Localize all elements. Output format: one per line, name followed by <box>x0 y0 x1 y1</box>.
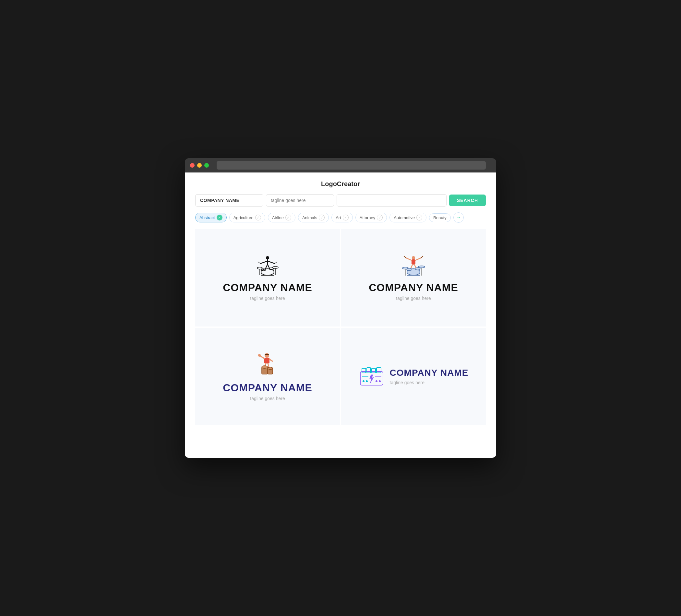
check-icon-airline: ✓ <box>285 215 291 221</box>
filter-chip-agriculture[interactable]: Agriculture ✓ <box>229 213 265 223</box>
titlebar <box>185 158 496 173</box>
svg-line-3 <box>258 262 260 263</box>
logo1-tagline: tagline goes here <box>250 296 285 301</box>
logo2-company-name: COMPANY NAME <box>369 282 458 294</box>
svg-marker-52 <box>370 375 374 383</box>
svg-line-23 <box>421 256 423 258</box>
svg-rect-50 <box>372 368 376 373</box>
close-button[interactable] <box>190 163 195 168</box>
svg-point-16 <box>272 266 278 268</box>
svg-point-54 <box>366 380 368 382</box>
logo-card-4[interactable]: COMPANY NAME tagline goes here <box>341 328 486 425</box>
logo3-company-name: COMPANY NAME <box>223 382 312 394</box>
svg-line-2 <box>260 261 268 263</box>
drum-machine-icon <box>359 365 385 388</box>
logo-card-3[interactable]: COMPANY NAME tagline goes here <box>195 328 340 425</box>
check-icon-animals: ✓ <box>319 215 325 221</box>
svg-line-5 <box>275 262 277 263</box>
filter-bar: Abstract ✓ Agriculture ✓ Airline ✓ Anima… <box>195 212 486 223</box>
svg-line-38 <box>260 356 264 359</box>
svg-line-20 <box>406 258 411 260</box>
filter-label-art: Art <box>336 215 341 220</box>
svg-rect-19 <box>411 259 415 264</box>
filter-chip-attorney[interactable]: Attorney ✓ <box>355 213 387 223</box>
svg-point-18 <box>412 256 415 259</box>
keyword-input[interactable] <box>336 194 447 207</box>
svg-point-53 <box>362 380 364 382</box>
check-icon-art: ✓ <box>343 215 349 221</box>
logo-grid: COMPANY NAME tagline goes here <box>195 229 486 425</box>
filter-label-beauty: Beauty <box>433 215 446 220</box>
app-content: LogoCreator SEARCH Abstract ✓ Agricultur… <box>185 173 496 458</box>
filter-chip-art[interactable]: Art ✓ <box>331 213 353 223</box>
maximize-button[interactable] <box>204 163 209 168</box>
logo-card-2[interactable]: COMPANY NAME tagline goes here <box>341 229 486 327</box>
svg-rect-51 <box>377 368 381 373</box>
color-drummer-icon <box>401 255 426 278</box>
mac-window: LogoCreator SEARCH Abstract ✓ Agricultur… <box>185 158 496 458</box>
svg-line-21 <box>415 258 421 260</box>
filter-chip-animals[interactable]: Animals ✓ <box>298 213 329 223</box>
filter-label-airline: Airline <box>272 215 284 220</box>
logo4-tagline: tagline goes here <box>390 380 469 385</box>
svg-point-0 <box>266 256 269 259</box>
svg-point-56 <box>379 380 381 382</box>
svg-line-22 <box>404 256 406 258</box>
logo-card-1[interactable]: COMPANY NAME tagline goes here <box>195 229 340 327</box>
filter-chip-automotive[interactable]: Automotive ✓ <box>389 213 426 223</box>
logo1-company-name: COMPANY NAME <box>223 282 312 294</box>
svg-point-55 <box>376 380 377 382</box>
search-bar: SEARCH <box>195 194 486 207</box>
filter-label-abstract: Abstract <box>199 215 215 220</box>
svg-point-46 <box>268 367 273 369</box>
bongo-player-icon <box>255 352 280 378</box>
filter-label-agriculture: Agriculture <box>233 215 254 220</box>
filter-chip-airline[interactable]: Airline ✓ <box>268 213 296 223</box>
svg-rect-37 <box>264 358 270 363</box>
svg-rect-49 <box>367 368 371 373</box>
logo3-tagline: tagline goes here <box>250 396 285 401</box>
filter-label-animals: Animals <box>302 215 317 220</box>
logo4-text-block: COMPANY NAME tagline goes here <box>390 368 469 385</box>
next-filters-button[interactable]: → <box>453 212 464 223</box>
bw-drummer-icon <box>255 255 280 278</box>
svg-line-40 <box>270 359 272 361</box>
svg-rect-48 <box>362 368 366 373</box>
svg-point-12 <box>257 267 262 269</box>
app-title: LogoCreator <box>195 180 486 188</box>
filter-label-automotive: Automotive <box>394 215 415 220</box>
tagline-input[interactable] <box>266 194 334 207</box>
svg-point-32 <box>407 268 412 271</box>
check-icon-abstract: ✓ <box>217 215 223 221</box>
url-bar <box>217 161 486 170</box>
filter-chip-abstract[interactable]: Abstract ✓ <box>195 213 227 223</box>
logo2-tagline: tagline goes here <box>396 296 431 301</box>
filter-label-attorney: Attorney <box>360 215 375 220</box>
logo4-company-name: COMPANY NAME <box>390 368 469 378</box>
svg-line-4 <box>268 261 275 263</box>
minimize-button[interactable] <box>197 163 202 168</box>
filter-chip-beauty[interactable]: Beauty <box>429 213 450 222</box>
company-name-input[interactable] <box>195 194 263 207</box>
search-button[interactable]: SEARCH <box>449 195 486 206</box>
check-icon-attorney: ✓ <box>377 215 383 221</box>
check-icon-automotive: ✓ <box>417 215 422 221</box>
svg-point-34 <box>418 266 425 268</box>
svg-point-44 <box>262 366 268 368</box>
check-icon-agriculture: ✓ <box>255 215 261 221</box>
svg-point-33 <box>415 267 420 270</box>
svg-point-39 <box>258 354 261 357</box>
